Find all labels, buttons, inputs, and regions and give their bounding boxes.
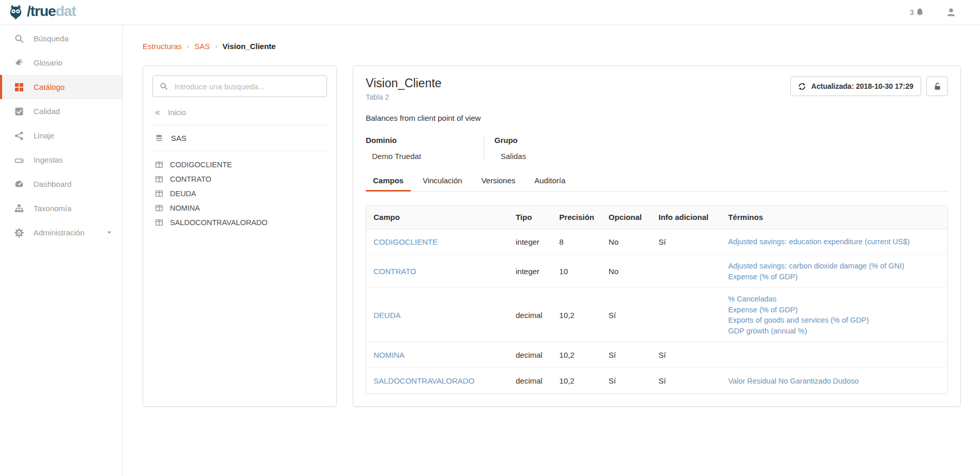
cell-precision: 10 <box>552 255 602 288</box>
breadcrumb-separator: › <box>187 42 189 50</box>
double-chevron-left-icon: « <box>155 107 160 117</box>
sidebar-item-glosario[interactable]: Glosario <box>0 51 122 75</box>
field-link[interactable]: SALDOCONTRAVALORADO <box>374 376 474 385</box>
table-columns-icon <box>155 161 163 169</box>
cell-opcional: Sí <box>601 342 651 368</box>
column-header-tipo: Tipo <box>508 205 552 229</box>
field-link[interactable]: NOMINA <box>374 351 405 359</box>
sidebar-item-label: Ingestas <box>34 155 63 164</box>
drive-icon <box>14 155 24 165</box>
gauge-icon <box>14 180 24 189</box>
breadcrumb-link-sas[interactable]: SAS <box>194 42 210 51</box>
cell-opcional: No <box>601 229 651 255</box>
domain-label: Dominio <box>366 136 484 145</box>
cell-tipo: decimal <box>508 342 552 368</box>
cell-terminos: Valor Residual No Garantizado Dudoso <box>721 368 947 394</box>
meta-section: Dominio Demo Truedat Grupo Salidas <box>366 136 948 161</box>
tree-item-deuda[interactable]: DEUDA <box>152 186 327 201</box>
cell-precision: 10,2 <box>552 288 602 342</box>
grid-icon <box>14 83 24 92</box>
tree-item-contrato[interactable]: CONTRATO <box>152 172 327 186</box>
tree-item-nomina[interactable]: NOMINA <box>152 201 327 215</box>
term-link[interactable]: Expense (% of GDP) <box>728 305 940 315</box>
column-header-opcional: Opcional <box>601 205 651 229</box>
explorer-system-label: SAS <box>171 134 186 142</box>
sidebar: Búsqueda Glosario Catálogo Calidad L <box>0 25 123 476</box>
group-block: Grupo Salidas <box>484 136 948 161</box>
term-link[interactable]: Exports of goods and services (% of GDP) <box>728 315 940 326</box>
column-header-precision: Precisión <box>552 205 602 229</box>
table-columns-icon <box>155 218 163 227</box>
sidebar-item-catalogo[interactable]: Catálogo <box>0 75 122 99</box>
notification-count-badge: 3 <box>910 8 914 17</box>
sidebar-item-ingestas[interactable]: Ingestas <box>0 148 122 172</box>
field-link[interactable]: DEUDA <box>374 311 401 320</box>
group-value: Salidas <box>494 152 948 161</box>
logo-text-primary: /true <box>27 3 56 19</box>
field-link[interactable]: CONTRATO <box>374 267 416 276</box>
domain-value: Demo Truedat <box>366 152 484 161</box>
detail-tabs: CamposVinculaciónVersionesAuditoría <box>366 176 948 192</box>
sitemap-icon <box>14 204 24 213</box>
breadcrumb-current: Vision_Cliente <box>223 42 276 51</box>
sidebar-item-taxonomia[interactable]: Taxonomía <box>0 196 122 220</box>
database-icon <box>155 134 163 142</box>
sidebar-item-label: Administración <box>34 228 84 237</box>
sidebar-item-calidad[interactable]: Calidad <box>0 99 122 123</box>
term-link[interactable]: % Canceladas <box>728 294 940 305</box>
explorer-search <box>152 75 327 97</box>
cell-tipo: integer <box>508 255 552 288</box>
tab-campos[interactable]: Campos <box>366 176 411 191</box>
field-link[interactable]: CODIGOCLIENTE <box>374 237 438 246</box>
table-row: NOMINA decimal 10,2 Sí Sí <box>366 342 947 368</box>
user-avatar[interactable] <box>946 7 956 18</box>
column-header-terminos: Términos <box>721 205 947 229</box>
notifications-button[interactable]: 3 <box>910 8 924 17</box>
table-columns-icon <box>155 189 163 198</box>
explorer-system-sas[interactable]: SAS <box>152 125 327 151</box>
refresh-updated-label: Actualizada: 2018-10-30 17:29 <box>811 82 913 90</box>
truedat-logo[interactable]: /truedat <box>7 4 76 21</box>
top-bar: /truedat 3 <box>0 0 980 25</box>
fields-table-wrap: Campo Tipo Precisión Opcional Info adici… <box>366 205 948 394</box>
sidebar-item-dashboard[interactable]: Dashboard <box>0 172 122 196</box>
domain-block: Dominio Demo Truedat <box>366 136 484 161</box>
content-area: Estructuras › SAS › Vision_Cliente <box>123 25 980 476</box>
refresh-icon <box>798 83 806 90</box>
unlock-button[interactable] <box>926 76 948 96</box>
bell-icon <box>915 8 924 17</box>
tab-versiones[interactable]: Versiones <box>474 176 523 191</box>
explorer-back-home[interactable]: « Inicio <box>152 99 327 125</box>
breadcrumb-separator: › <box>215 42 217 50</box>
cell-info-adicional: Sí <box>651 342 721 368</box>
tree-item-codigocliente[interactable]: CODIGOCLIENTE <box>152 157 327 172</box>
term-link[interactable]: Valor Residual No Garantizado Dudoso <box>728 376 940 387</box>
sidebar-item-administracion[interactable]: Administración <box>0 220 122 245</box>
term-link[interactable]: Expense (% of GDP) <box>728 272 940 282</box>
structure-detail-panel: Vision_Cliente Tabla 2 <box>353 66 961 407</box>
tree-item-saldocontravalorado[interactable]: SALDOCONTRAVALORADO <box>152 215 327 230</box>
cell-precision: 10,2 <box>552 342 602 368</box>
tab-auditoría[interactable]: Auditoría <box>527 176 573 191</box>
tab-vinculación[interactable]: Vinculación <box>415 176 469 191</box>
sidebar-item-busqueda[interactable]: Búsqueda <box>0 26 122 51</box>
sidebar-item-label: Taxonomía <box>34 204 71 213</box>
tags-icon <box>14 58 24 68</box>
term-link[interactable]: Adjusted savings: carbon dioxide damage … <box>728 261 940 272</box>
breadcrumb-link-estructuras[interactable]: Estructuras <box>143 42 182 51</box>
tree-item-label: SALDOCONTRAVALORADO <box>170 218 268 227</box>
structure-type-subtitle: Tabla 2 <box>366 93 442 101</box>
refresh-updated-button[interactable]: Actualizada: 2018-10-30 17:29 <box>790 76 921 96</box>
cell-tipo: integer <box>508 229 552 255</box>
search-input[interactable] <box>174 82 320 91</box>
chevron-down-icon <box>105 229 113 236</box>
term-link[interactable]: GDP growth (annual %) <box>728 326 940 337</box>
sidebar-item-label: Dashboard <box>34 180 71 188</box>
cell-tipo: decimal <box>508 368 552 394</box>
cell-opcional: Sí <box>601 288 651 342</box>
main-layout: Búsqueda Glosario Catálogo Calidad L <box>0 25 980 476</box>
term-link[interactable]: Adjusted savings: education expenditure … <box>728 236 940 247</box>
sidebar-item-linaje[interactable]: Linaje <box>0 123 122 148</box>
breadcrumb: Estructuras › SAS › Vision_Cliente <box>143 42 961 51</box>
cell-precision: 8 <box>552 229 602 255</box>
